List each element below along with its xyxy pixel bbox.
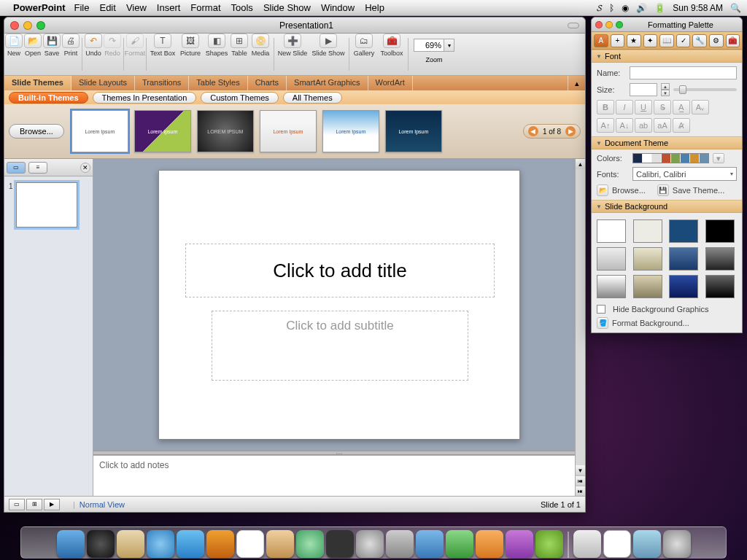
palette-tab-add[interactable]: + [611,34,625,47]
close-panel-button[interactable]: ✕ [80,163,90,173]
palette-close-button[interactable] [595,21,603,28]
dock-finder-icon[interactable] [57,530,85,558]
palette-tab-compat[interactable]: ⚙ [709,34,724,47]
font-name-input[interactable] [630,66,737,79]
bold-button[interactable]: B [597,100,614,114]
app-name[interactable]: PowerPoint [13,2,66,13]
theme-colors-dropdown[interactable]: ▾ [713,153,724,163]
format-background-button[interactable]: 🪣Format Background... [597,317,737,329]
theme-colors-swatches[interactable] [632,153,709,163]
highlight-button[interactable]: ab [635,118,652,133]
scroll-up-button[interactable]: ▲ [576,159,585,169]
dock-ical-icon[interactable] [236,530,264,558]
dock-applications-icon[interactable] [573,530,601,558]
menu-insert[interactable]: Insert [157,2,181,13]
filter-custom[interactable]: Custom Themes [201,92,279,104]
palette-tab-project[interactable]: 🧰 [726,34,740,47]
browse-themes-button[interactable]: Browse... [9,124,64,139]
section-font-header[interactable]: ▼Font [592,50,742,63]
strikethrough-button[interactable]: S̶ [654,100,671,114]
window-titlebar[interactable]: Presentation1 [4,18,585,34]
close-window-button[interactable] [10,21,19,30]
palette-tab-reference[interactable]: 📖 [659,34,674,47]
theme-thumb-3[interactable]: Lorem Ipsum [197,110,254,152]
script-menu-icon[interactable]: 𝓢 [597,3,602,13]
minimize-window-button[interactable] [23,21,32,30]
normal-view-button[interactable]: ▭ [9,499,25,510]
outline-tab[interactable]: ≡ [28,162,47,174]
redo-button[interactable]: ↷Redo [103,34,122,57]
theme-thumb-2[interactable]: Lorem Ipsum [134,110,191,152]
bg-style-7[interactable] [669,247,698,271]
dock-messenger-icon[interactable] [535,530,563,558]
menu-view[interactable]: View [126,2,147,13]
dock-entourage-icon[interactable] [506,530,533,558]
dock-mail-icon[interactable] [117,530,144,558]
spotlight-icon[interactable]: 🔍 [730,3,741,13]
gallery-next-button[interactable]: ▶ [565,126,576,136]
theme-fonts-dropdown[interactable]: Calibri, Calibri▾ [632,167,737,181]
bg-style-11[interactable] [669,275,698,298]
dock-downloads-icon[interactable] [633,530,661,558]
italic-button[interactable]: I [616,100,633,114]
dock-itunes-icon[interactable] [296,530,324,558]
tab-table-styles[interactable]: Table Styles [189,76,247,90]
dock-sysprefs-icon[interactable] [386,530,414,558]
dock-excel-icon[interactable] [446,530,473,558]
dock-ichat-icon[interactable] [177,530,204,558]
zoom-input[interactable] [414,39,444,52]
zoom-window-button[interactable] [36,21,45,30]
palette-tab-review[interactable]: ✓ [676,34,691,47]
theme-thumb-4[interactable]: Lorem Ipsum [260,110,317,152]
bg-style-9[interactable] [597,275,626,298]
slide-canvas[interactable]: Click to add title Click to add subtitle [158,170,520,440]
underline-button[interactable]: U [635,100,652,114]
scroll-down-button[interactable]: ▼ [576,465,585,475]
save-button[interactable]: 💾Save [42,34,61,57]
tab-slide-themes[interactable]: Slide Themes [4,76,71,90]
battery-icon[interactable]: 🔋 [654,3,665,13]
subtitle-placeholder[interactable]: Click to add subtitle [212,311,468,381]
clear-format-button[interactable]: A̷ [673,118,690,133]
font-size-slider[interactable] [673,85,737,94]
grow-font-button[interactable]: A↑ [597,118,614,133]
bg-style-8[interactable] [705,247,735,271]
format-painter-button[interactable]: 🖌Format [125,34,144,57]
dock-word-icon[interactable] [416,530,444,558]
slideshow-button[interactable]: ▶Slide Show [309,34,347,57]
volume-icon[interactable]: 🔊 [636,3,647,13]
dock-documents-icon[interactable] [603,530,631,558]
bg-style-2[interactable] [633,219,662,243]
palette-tab-formatting[interactable]: A [594,34,608,47]
dock-addressbook-icon[interactable] [206,530,234,558]
menu-tools[interactable]: Tools [231,2,253,13]
gallery-prev-button[interactable]: ◀ [528,126,538,136]
change-case-button[interactable]: Aᵥ [692,100,709,114]
zoom-dropdown[interactable]: ▾ [444,39,454,52]
vertical-scrollbar[interactable]: ▲ ▼ ⏮⏭ [575,159,585,496]
dock-spaces-icon[interactable] [326,530,354,558]
slideshow-view-button[interactable]: ▶ [44,499,60,510]
menu-help[interactable]: Help [365,2,384,13]
slide-canvas-area[interactable]: Click to add title Click to add subtitle [93,159,585,451]
theme-thumb-1[interactable]: Lorem Ipsum [71,110,128,152]
palette-tab-tools[interactable]: 🔧 [692,34,707,47]
browse-theme-button[interactable]: 📂Browse... [597,184,646,196]
new-button[interactable]: 📄New [4,34,23,57]
bg-style-10[interactable] [633,275,662,298]
dock-safari-icon[interactable] [147,530,174,558]
dock-iphoto-icon[interactable] [266,530,294,558]
bg-style-3[interactable] [669,219,698,243]
picture-button[interactable]: 🖼Picture [177,34,204,57]
textbox-button[interactable]: TText Box [148,34,177,57]
font-size-input[interactable] [630,83,657,96]
font-size-stepper[interactable]: ▲▼ [661,83,670,96]
gallery-button[interactable]: 🗂Gallery [351,34,377,57]
ribbon-collapse-button[interactable]: ▴ [568,76,585,90]
palette-minimize-button[interactable] [605,21,613,28]
palette-tab-animation[interactable]: ✦ [643,34,658,47]
table-button[interactable]: ⊞Table [230,34,249,57]
sorter-view-button[interactable]: ⊞ [26,499,42,510]
menu-slideshow[interactable]: Slide Show [263,2,311,13]
bg-style-6[interactable] [633,247,662,271]
